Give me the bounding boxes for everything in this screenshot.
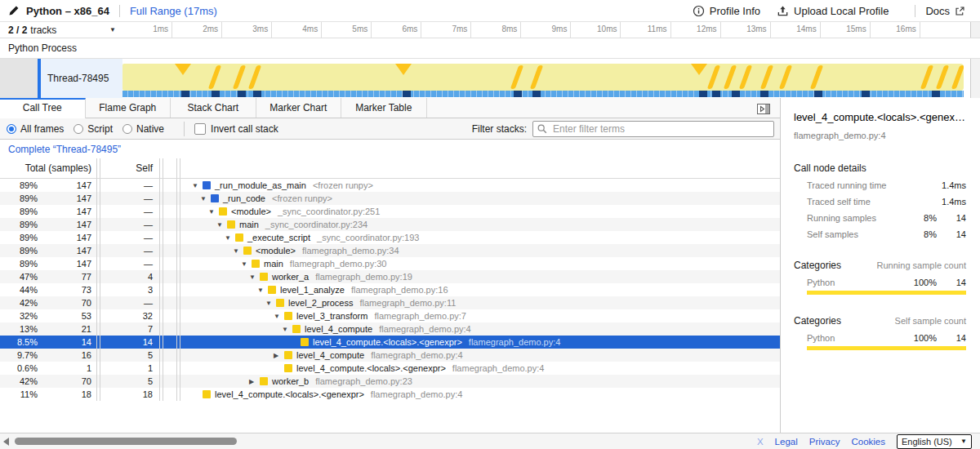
call-tree-row[interactable]: 89%147—▼_execute_script_sync_coordinator… (0, 231, 780, 244)
category-square-icon-yellow (284, 312, 292, 320)
docs-link[interactable]: Docs (925, 5, 970, 17)
function-file: flamegraph_demo.py:30 (290, 259, 387, 269)
call-tree-row[interactable]: 8.5%1414level_4_compute.<locals>.<genexp… (0, 336, 780, 349)
footer-link-cookies[interactable]: Cookies (851, 437, 885, 447)
cell-total-samples: 147 (38, 259, 96, 269)
expander-open-icon[interactable]: ▼ (225, 234, 235, 242)
invert-call-stack-checkbox[interactable]: Invert call stack (194, 123, 278, 135)
detail-value: 1.4ms (937, 180, 966, 190)
search-icon (537, 123, 548, 137)
column-separator (159, 218, 163, 231)
call-tree-row[interactable]: 11%1818level_4_compute.<locals>.<genexpr… (0, 388, 780, 401)
expander-open-icon[interactable]: ▼ (257, 287, 268, 294)
call-tree-row[interactable]: 89%147—▼_run_module_as_main<frozen runpy… (0, 179, 780, 192)
ruler-tick: 12ms (671, 22, 721, 38)
column-header-total[interactable]: Total (samples) (0, 162, 96, 174)
radio-all-frames[interactable]: All frames (7, 123, 64, 135)
ruler-tick: 8ms (471, 22, 521, 38)
profile-name[interactable]: Python – x86_64 (26, 5, 109, 17)
call-tree-row[interactable]: 13%217▼level_4_computeflamegraph_demo.py… (0, 322, 780, 336)
category-header: CategoriesSelf sample count (794, 315, 966, 327)
cell-self: 7 (100, 324, 159, 334)
expander-closed-icon[interactable]: ▶ (249, 378, 260, 385)
expander-closed-icon[interactable]: ▶ (274, 352, 284, 359)
cell-total-percent: 89% (0, 193, 38, 203)
call-tree-row[interactable]: 0.6%11level_4_compute.<locals>.<genexpr>… (0, 362, 780, 375)
vertical-scrollbar-rail[interactable] (970, 22, 980, 38)
expander-open-icon[interactable]: ▼ (216, 221, 227, 229)
sample-strip[interactable] (122, 91, 964, 97)
tab-stack-chart[interactable]: Stack Chart (171, 98, 256, 118)
call-tree-row[interactable]: 44%733▼level_1_analyzeflamegraph_demo.py… (0, 283, 780, 296)
tab-marker-table[interactable]: Marker Table (341, 98, 427, 118)
column-separator (159, 309, 163, 322)
profile-info-button[interactable]: Profile Info (693, 5, 760, 17)
expander-open-icon[interactable]: ▼ (192, 182, 203, 189)
call-tree-row[interactable]: 47%774▼worker_aflamegraph_demo.py:19 (0, 270, 780, 283)
call-tree-row[interactable]: 89%147—▼<module>flamegraph_demo.py:34 (0, 244, 780, 257)
language-select[interactable]: English (US) ▼ (897, 434, 972, 449)
horizontal-scrollbar-thumb[interactable] (15, 438, 237, 445)
expander-open-icon[interactable]: ▼ (200, 195, 211, 202)
vertical-scrollbar-rail[interactable] (970, 59, 980, 98)
tab-flame-graph[interactable]: Flame Graph (86, 98, 172, 118)
marker-slash-icon (760, 65, 774, 89)
radio-native[interactable]: Native (122, 123, 164, 135)
sample-dark-segment (212, 91, 220, 97)
function-name: level_3_transform (296, 311, 368, 321)
detail-percent (904, 197, 937, 207)
category-percent: 100% (904, 333, 937, 343)
thread-track-graph[interactable] (122, 59, 970, 98)
expander-open-icon[interactable]: ▼ (249, 273, 260, 281)
expander-open-icon[interactable]: ▼ (265, 300, 276, 307)
function-name: level_4_compute (296, 350, 364, 360)
radio-script[interactable]: Script (74, 123, 113, 135)
call-tree-row[interactable]: 32%5332▼level_3_transformflamegraph_demo… (0, 309, 780, 322)
category-square-icon-yellow (243, 247, 252, 255)
activity-graph[interactable] (122, 64, 964, 91)
expander-open-icon[interactable]: ▼ (241, 260, 252, 268)
filter-stacks-input[interactable] (532, 121, 774, 137)
tracks-selector-button[interactable]: 2 / 2 tracks ▼ (0, 22, 122, 38)
breadcrumb-complete-range-link[interactable]: Complete “Thread-78495” (8, 144, 121, 155)
call-tree-row[interactable]: 89%147—▼main_sync_coordinator.py:234 (0, 218, 780, 231)
sample-dark-segment (712, 91, 720, 97)
upload-profile-button[interactable]: Upload Local Profile (777, 5, 889, 17)
cell-total-percent: 9.7% (0, 350, 38, 360)
call-tree-row[interactable]: 89%147—▼<module>_sync_coordinator.py:251 (0, 205, 780, 218)
column-separator (159, 270, 163, 283)
category-square-icon-yellow (252, 260, 260, 268)
marker-slash-icon (529, 65, 543, 89)
column-header-self[interactable]: Self (100, 162, 159, 174)
edit-profile-name-icon[interactable] (8, 5, 20, 16)
ruler-tick: 10ms (571, 22, 621, 38)
expander-open-icon[interactable]: ▼ (282, 326, 292, 333)
category-count-label: Self sample count (895, 316, 966, 326)
footer-dismiss-link[interactable]: X (757, 437, 764, 447)
call-tree-row[interactable]: 9.7%165▶level_4_computeflamegraph_demo.p… (0, 349, 780, 362)
expander-open-icon[interactable]: ▼ (233, 247, 243, 255)
tab-call-tree[interactable]: Call Tree (0, 98, 86, 118)
full-range-link[interactable]: Full Range (17ms) (130, 5, 217, 17)
call-tree-row[interactable]: 89%147—▼_run_code<frozen runpy> (0, 192, 780, 205)
call-tree-row[interactable]: 42%70—▼level_2_processflamegraph_demo.py… (0, 296, 780, 309)
scroll-left-arrow-icon[interactable] (3, 438, 9, 446)
function-file: <frozen runpy> (272, 193, 332, 203)
expander-open-icon[interactable]: ▼ (274, 313, 284, 320)
column-separator (159, 349, 163, 362)
cell-function: ▼level_1_analyzeflamegraph_demo.py:16 (180, 285, 780, 295)
sidebar-detail-row: Traced running time1.4ms (794, 180, 966, 190)
process-track-header[interactable]: Python Process (0, 38, 980, 59)
sidebar-toggle-button[interactable] (757, 103, 770, 118)
marker-triangle-icon (691, 64, 707, 75)
call-tree-rows: 89%147—▼_run_module_as_main<frozen runpy… (0, 179, 780, 401)
tab-marker-chart[interactable]: Marker Chart (256, 98, 342, 118)
footer-link-privacy[interactable]: Privacy (809, 437, 840, 447)
cell-function: ▼mainflamegraph_demo.py:30 (180, 259, 780, 269)
expander-open-icon[interactable]: ▼ (208, 208, 219, 216)
call-tree-row[interactable]: 42%705▶worker_bflamegraph_demo.py:23 (0, 375, 780, 388)
call-tree-row[interactable]: 89%147—▼mainflamegraph_demo.py:30 (0, 257, 780, 270)
sample-dark-segment (253, 91, 261, 97)
thread-track-label[interactable]: Thread-78495 (41, 59, 122, 98)
footer-link-legal[interactable]: Legal (775, 437, 798, 447)
